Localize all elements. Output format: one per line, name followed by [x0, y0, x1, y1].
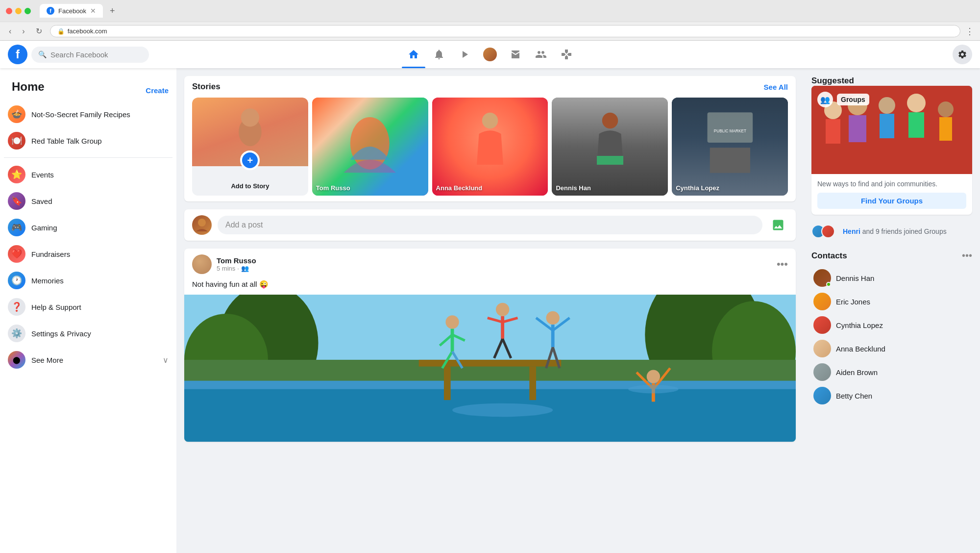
contact-anna-name: Anna Becklund [836, 345, 885, 353]
contact-eric-name: Eric Jones [836, 298, 870, 306]
nav-groups-button[interactable] [529, 43, 553, 66]
post-audience-icon: 👥 [241, 265, 249, 272]
sidebar-item-saved[interactable]: 🔖 Saved [4, 188, 172, 214]
minimize-dot[interactable] [15, 8, 22, 14]
contact-betty-avatar [813, 387, 831, 404]
svg-text:PUBLIC MARKET: PUBLIC MARKET [713, 129, 746, 133]
svg-rect-9 [710, 148, 750, 173]
contacts-more-button[interactable]: ••• [962, 250, 972, 261]
add-post-input[interactable]: Add a post [218, 216, 762, 234]
tab-title: Facebook [58, 7, 86, 15]
contact-aiden[interactable]: Aiden Brown [811, 360, 972, 384]
svg-point-53 [907, 94, 926, 112]
sidebar-item-help[interactable]: ❓ Help & Support [4, 294, 172, 320]
svg-point-4 [482, 113, 498, 128]
find-groups-button[interactable]: Find Your Groups [817, 193, 966, 209]
sidebar-item-redtable[interactable]: 🍽️ Red Table Talk Group [4, 128, 172, 153]
story-cynthia-card[interactable]: PUBLIC MARKET Cynthia Lopez [672, 98, 788, 196]
contact-betty[interactable]: Betty Chen [811, 384, 972, 407]
facebook-logo[interactable]: f [8, 45, 27, 64]
seemore-icon: ⬤ [8, 351, 25, 369]
story-anna-card[interactable]: Anna Becklund [432, 98, 548, 196]
fundraisers-icon: ❤️ [8, 245, 25, 263]
nav-watch-button[interactable] [453, 43, 476, 66]
see-all-button[interactable]: See All [764, 83, 788, 91]
nav-gaming-button[interactable] [555, 43, 578, 66]
browser-chrome: f Facebook ✕ + ‹ › ↻ 🔒 facebook.com ⋮ [0, 0, 980, 41]
tab-close-button[interactable]: ✕ [90, 7, 96, 15]
settings-button[interactable] [953, 45, 972, 64]
contact-anna-avatar [813, 340, 831, 357]
sidebar-item-events[interactable]: ⭐ Events [4, 162, 172, 187]
suggested-title: Suggested [811, 76, 854, 85]
sidebar-item-recipes-label: Not-So-Secret Family Recipes [31, 110, 130, 119]
joined-avatar-2 [821, 225, 835, 238]
add-story-plus-icon: + [240, 151, 260, 170]
story-dennis-card[interactable]: Dennis Han [552, 98, 668, 196]
contact-betty-name: Betty Chen [836, 392, 872, 400]
post-time: 5 mins [217, 265, 235, 272]
groups-card-icon: 👥 [817, 92, 833, 107]
post-image [184, 295, 796, 442]
sidebar-item-memories[interactable]: 🕐 Memories [4, 268, 172, 293]
settings-sidebar-icon: ⚙️ [8, 325, 25, 342]
recipes-icon: 🍲 [8, 105, 25, 123]
story-tom-card[interactable]: Tom Russo [312, 98, 428, 196]
svg-point-1 [241, 108, 259, 126]
forward-button[interactable]: › [19, 26, 27, 37]
sidebar-item-fundraisers[interactable]: ❤️ Fundraisers [4, 241, 172, 267]
post-author-name[interactable]: Tom Russo [217, 256, 772, 265]
search-icon: 🔍 [38, 50, 47, 58]
facebook-header: f 🔍 [0, 41, 980, 68]
sidebar-item-gaming[interactable]: 🎮 Gaming [4, 215, 172, 240]
new-tab-button[interactable]: + [110, 6, 115, 16]
create-button[interactable]: Create [146, 86, 169, 95]
fullscreen-dot[interactable] [24, 8, 31, 14]
sidebar-item-seemore[interactable]: ⬤ See More ∨ [4, 347, 172, 373]
refresh-button[interactable]: ↻ [33, 25, 45, 37]
joined-text: Henri and 9 friends joined Groups [843, 227, 947, 235]
add-photo-button[interactable] [768, 215, 788, 235]
sidebar-item-memories-label: Memories [31, 276, 64, 285]
back-button[interactable]: ‹ [6, 26, 14, 37]
sidebar-item-recipes[interactable]: 🍲 Not-So-Secret Family Recipes [4, 101, 172, 127]
contacts-header: Contacts ••• [811, 250, 972, 261]
contact-aiden-name: Aiden Brown [836, 368, 878, 377]
story-tom-name: Tom Russo [316, 184, 424, 192]
groups-card: 👥 Groups New ways to find and join commu… [811, 86, 972, 215]
close-dot[interactable] [6, 8, 12, 14]
contact-anna[interactable]: Anna Becklund [811, 337, 972, 360]
browser-tab[interactable]: f Facebook ✕ [40, 4, 103, 18]
search-bar[interactable]: 🔍 [31, 47, 149, 63]
sidebar-item-seemore-label: See More [31, 356, 63, 364]
svg-rect-6 [597, 156, 623, 165]
nav-home-button[interactable] [402, 43, 425, 66]
browser-titlebar: f Facebook ✕ + [0, 0, 980, 22]
contacts-title: Contacts [811, 251, 847, 261]
sidebar-item-help-label: Help & Support [31, 303, 81, 311]
feed: Stories See All + Add to Story [176, 68, 804, 553]
contact-cynthia[interactable]: Cynthia Lopez [811, 313, 972, 337]
joined-description: and 9 friends joined Groups [862, 227, 947, 235]
story-add-card[interactable]: + Add to Story [192, 98, 308, 196]
contact-eric[interactable]: Eric Jones [811, 290, 972, 313]
help-icon: ❓ [8, 298, 25, 316]
header-nav [402, 43, 578, 66]
svg-rect-50 [849, 115, 866, 142]
story-anna-name: Anna Becklund [436, 184, 544, 192]
sidebar: Home Create 🍲 Not-So-Secret Family Recip… [0, 68, 176, 553]
contact-dennis[interactable]: Dennis Han [811, 266, 972, 290]
groups-description: New ways to find and join communities. [817, 180, 966, 188]
nav-marketplace-button[interactable] [504, 43, 527, 66]
add-post-section: Add a post [184, 209, 796, 241]
address-bar[interactable]: 🔒 facebook.com [50, 25, 960, 37]
search-input[interactable] [50, 50, 142, 59]
nav-profile-button[interactable] [478, 43, 502, 66]
svg-point-45 [628, 385, 679, 393]
browser-menu-button[interactable]: ⋮ [965, 26, 974, 37]
groups-image: 👥 Groups [811, 86, 972, 174]
svg-point-34 [546, 311, 560, 325]
post-more-button[interactable]: ••• [777, 258, 788, 271]
sidebar-item-settings[interactable]: ⚙️ Settings & Privacy [4, 321, 172, 346]
nav-notifications-button[interactable] [427, 43, 451, 66]
